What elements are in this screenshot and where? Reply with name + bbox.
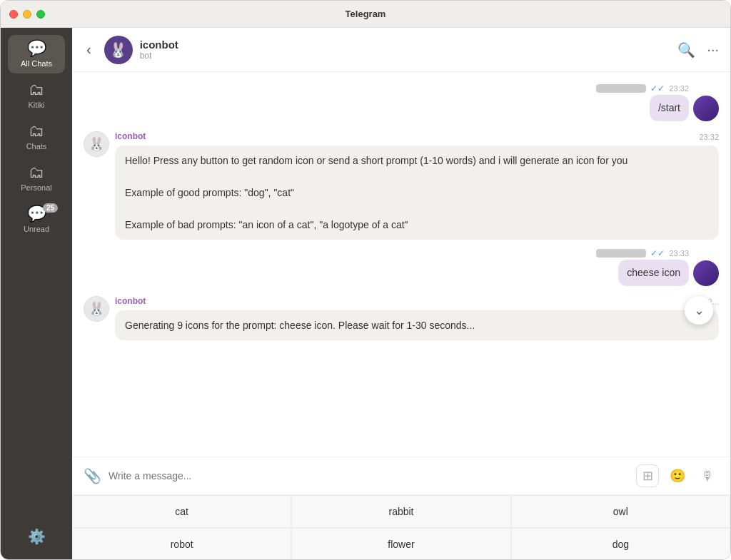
scroll-down-button[interactable]: ⌄: [685, 296, 713, 325]
search-button[interactable]: 🔍: [677, 41, 695, 58]
message-input[interactable]: [109, 470, 629, 482]
message-check: ✓✓: [650, 248, 665, 258]
sender-name-blurred: [596, 84, 646, 93]
quick-replies: cat rabbit owl robot flower dog: [72, 494, 730, 560]
user-avatar: [693, 96, 719, 121]
bot-avatar-msg: 🐰: [84, 296, 109, 322]
chevron-down-icon: ⌄: [694, 302, 705, 318]
sidebar-label-kitiki: Kitiki: [28, 101, 44, 109]
unread-badge: 25: [43, 203, 58, 213]
quick-reply-flower[interactable]: flower: [291, 528, 510, 560]
sticker-icon: ⊞: [642, 468, 653, 484]
quick-reply-rabbit[interactable]: rabbit: [291, 495, 510, 528]
message-time: 23:33: [669, 249, 689, 258]
settings-button[interactable]: ⚙️: [28, 519, 46, 554]
message-time: 23:32: [699, 133, 719, 141]
bot-name: iconbot: [140, 39, 671, 51]
message-bubble: Hello! Press any button to get random ic…: [115, 146, 719, 240]
bot-sender-name: iconbot: [115, 296, 146, 306]
message-bubble: /start: [650, 95, 689, 121]
outgoing-message-1: ✓✓ 23:32 /start: [596, 83, 689, 121]
sidebar-label-chats: Chats: [26, 142, 47, 151]
message-row: ✓✓ 23:32 /start: [84, 83, 719, 121]
message-check: ✓✓: [650, 83, 665, 93]
sidebar-item-all-chats[interactable]: 💬 All Chats: [8, 35, 65, 73]
bot-avatar: 🐰: [104, 36, 133, 64]
sidebar-label-all-chats: All Chats: [21, 59, 52, 68]
all-chats-icon: 💬: [27, 41, 46, 56]
quick-reply-cat[interactable]: cat: [72, 495, 291, 528]
messages-area[interactable]: ✓✓ 23:32 /start 🐰 iconbot 23:32 Hello! P: [72, 72, 730, 457]
message-time: 23:32: [669, 84, 689, 93]
sidebar-label-personal: Personal: [21, 183, 51, 192]
header-actions: 🔍 ···: [677, 41, 719, 58]
message-row: ✓✓ 23:33 cheese icon: [84, 248, 719, 286]
kitiki-icon: 🗂: [29, 82, 44, 98]
emoji-button[interactable]: 🙂: [666, 464, 689, 487]
sender-name-blurred: [596, 249, 646, 258]
traffic-lights: [9, 10, 45, 19]
app-body: 💬 All Chats 🗂 Kitiki 🗂 Chats 🗂 Personal …: [1, 28, 730, 560]
emoji-icon: 🙂: [670, 468, 685, 484]
chat-header: ‹ 🐰 iconbot bot 🔍 ···: [72, 28, 730, 72]
bot-sender-name: iconbot: [115, 131, 146, 141]
message-bubble: Generating 9 icons for the prompt: chees…: [115, 310, 719, 340]
more-button[interactable]: ···: [707, 41, 719, 58]
attach-button[interactable]: 📎: [84, 467, 101, 484]
message-bubble: cheese icon: [618, 260, 689, 286]
sticker-button[interactable]: ⊞: [636, 464, 659, 487]
sidebar-item-personal[interactable]: 🗂 Personal: [8, 159, 65, 198]
input-actions: ⊞ 🙂 🎙: [636, 464, 719, 487]
chats-icon: 🗂: [29, 123, 44, 139]
settings-icon: ⚙️: [28, 528, 46, 545]
sidebar-label-unread: Unread: [24, 225, 49, 233]
message-row: 🐰 iconbot 23:32 Hello! Press any button …: [84, 131, 719, 240]
sidebar: 💬 All Chats 🗂 Kitiki 🗂 Chats 🗂 Personal …: [1, 28, 72, 560]
outgoing-top: ✓✓ 23:33: [596, 248, 689, 258]
bot-avatar-msg: 🐰: [84, 131, 109, 157]
maximize-button[interactable]: [36, 10, 45, 19]
quick-reply-owl[interactable]: owl: [511, 495, 730, 528]
quick-reply-robot[interactable]: robot: [72, 528, 291, 560]
titlebar: Telegram: [1, 1, 730, 28]
message-row: 🐰 iconbot 2... Generating 9 icons for th…: [84, 296, 719, 340]
close-button[interactable]: [9, 10, 18, 19]
personal-icon: 🗂: [29, 165, 44, 180]
back-button[interactable]: ‹: [84, 39, 94, 61]
bot-info: iconbot bot: [140, 39, 671, 61]
sidebar-item-chats[interactable]: 🗂 Chats: [8, 118, 65, 156]
outgoing-top: ✓✓ 23:32: [596, 83, 689, 93]
minimize-button[interactable]: [23, 10, 31, 19]
mic-icon: 🎙: [701, 469, 714, 484]
user-avatar: [693, 260, 719, 286]
chat-area: ‹ 🐰 iconbot bot 🔍 ··· ✓✓ 23:32: [72, 28, 730, 560]
bot-status: bot: [140, 51, 671, 61]
sidebar-item-unread[interactable]: 25 💬 Unread: [8, 200, 65, 239]
input-area: 📎 ⊞ 🙂 🎙: [72, 457, 730, 494]
sidebar-item-kitiki[interactable]: 🗂 Kitiki: [8, 76, 65, 115]
window-title: Telegram: [346, 9, 386, 19]
mic-button[interactable]: 🎙: [696, 464, 719, 487]
quick-reply-dog[interactable]: dog: [511, 528, 730, 560]
outgoing-message-2: ✓✓ 23:33 cheese icon: [596, 248, 689, 286]
